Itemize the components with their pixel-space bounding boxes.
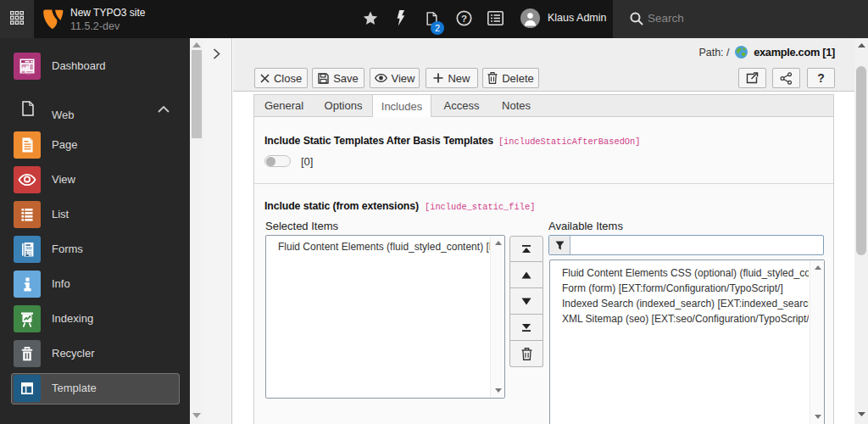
- svg-text:?: ?: [461, 14, 467, 24]
